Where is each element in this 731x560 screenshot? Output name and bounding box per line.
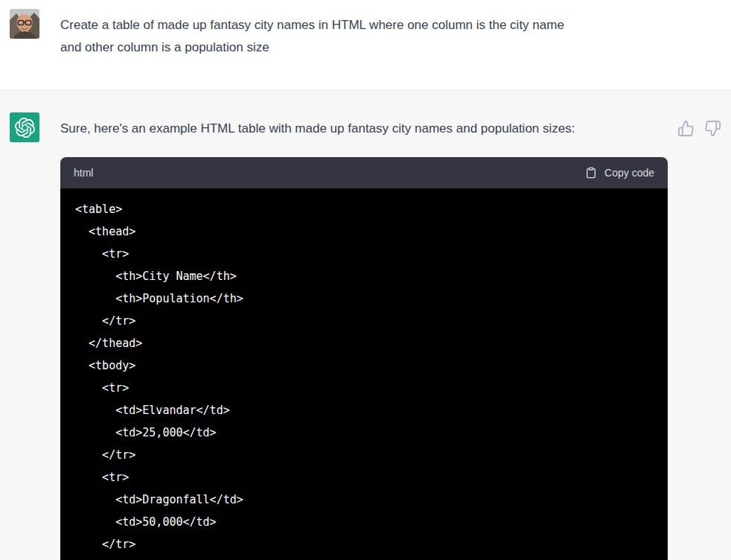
user-message-line: and other column is a population size bbox=[60, 36, 564, 59]
user-message-line: Create a table of made up fantasy city n… bbox=[60, 14, 564, 36]
thumbs-up-button[interactable] bbox=[677, 120, 695, 137]
code-block: html Copy code <table> <thead> <tr> <th>… bbox=[60, 157, 668, 560]
code-block-header: html Copy code bbox=[60, 157, 668, 188]
thumbs-up-icon bbox=[677, 120, 695, 137]
feedback-buttons bbox=[677, 112, 721, 137]
copy-code-button[interactable]: Copy code bbox=[585, 167, 654, 179]
code-language-label: html bbox=[74, 167, 93, 179]
thumbs-down-button[interactable] bbox=[704, 120, 721, 137]
thumbs-down-icon bbox=[704, 120, 721, 137]
copy-code-label: Copy code bbox=[604, 167, 654, 179]
clipboard-icon bbox=[585, 167, 597, 179]
code-block-body: <table> <thead> <tr> <th>City Name</th> … bbox=[60, 188, 668, 560]
assistant-message-section: Sure, here's an example HTML table with … bbox=[0, 90, 731, 560]
assistant-intro-line: Sure, here's an example HTML table with … bbox=[60, 121, 575, 136]
code-content: <table> <thead> <tr> <th>City Name</th> … bbox=[60, 188, 668, 560]
user-message-text: Create a table of made up fantasy city n… bbox=[60, 9, 564, 59]
openai-logo-icon bbox=[15, 118, 35, 138]
user-avatar-photo bbox=[10, 9, 39, 39]
user-message-section: Create a table of made up fantasy city n… bbox=[0, 0, 731, 90]
user-avatar bbox=[10, 9, 39, 39]
assistant-avatar bbox=[10, 112, 39, 142]
assistant-message-text: Sure, here's an example HTML table with … bbox=[60, 112, 668, 140]
